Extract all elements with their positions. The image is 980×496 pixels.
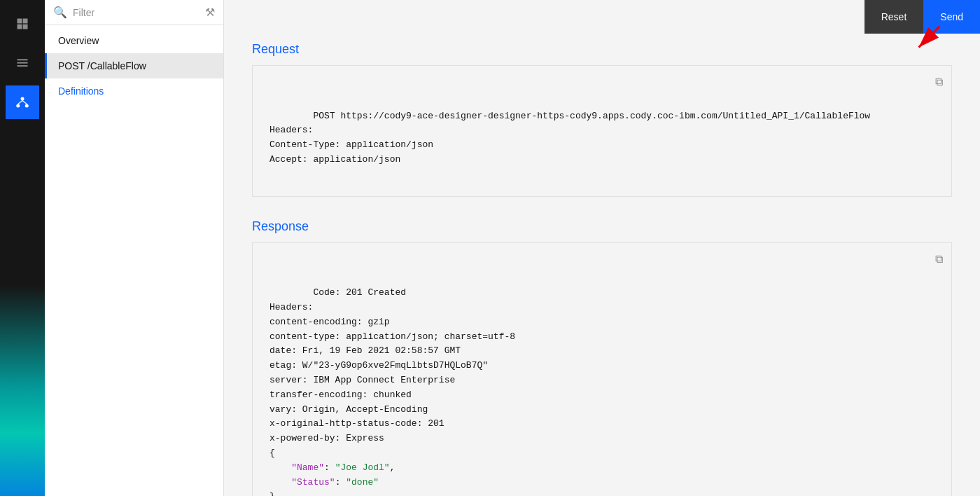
svg-rect-4 xyxy=(18,59,28,60)
toolbar: Reset Send xyxy=(864,0,980,34)
svg-rect-2 xyxy=(18,25,22,29)
nav-items: Overview POST /CallableFlow Definitions xyxy=(45,28,223,104)
svg-rect-5 xyxy=(18,62,28,64)
svg-rect-6 xyxy=(18,65,28,67)
svg-point-7 xyxy=(21,97,24,101)
search-bar: 🔍 ⚒ xyxy=(45,0,223,25)
request-content: POST https://cody9-ace-designer-designer… xyxy=(270,111,870,165)
sidebar-dark xyxy=(0,0,45,496)
sidebar-accent xyxy=(0,286,45,496)
response-title: Response xyxy=(252,219,952,234)
request-title: Request xyxy=(252,42,952,57)
request-section: Request ⧉ POST https://cody9-ace-designe… xyxy=(252,42,952,197)
main-content: Reset Send Request ⧉ POST https://cody9-… xyxy=(224,0,980,496)
response-json-close: } xyxy=(270,491,275,496)
svg-rect-0 xyxy=(18,19,22,24)
reset-button[interactable]: Reset xyxy=(864,0,924,34)
filter-input[interactable] xyxy=(73,7,200,18)
request-copy-icon[interactable]: ⧉ xyxy=(935,74,943,92)
svg-rect-1 xyxy=(23,19,28,24)
response-json-key1: "Name" xyxy=(291,462,324,473)
response-copy-icon[interactable]: ⧉ xyxy=(935,252,943,270)
svg-line-11 xyxy=(22,101,27,104)
sidebar-item-grid[interactable] xyxy=(6,7,39,41)
svg-rect-3 xyxy=(23,25,28,29)
request-code-block: ⧉ POST https://cody9-ace-designer-design… xyxy=(252,65,952,197)
svg-line-10 xyxy=(18,101,22,104)
response-plain-content: Code: 201 Created Headers: content-encod… xyxy=(270,287,515,458)
response-json-key2: "Status" xyxy=(291,477,335,488)
response-code-block: ⧉ Code: 201 Created Headers: content-enc… xyxy=(252,242,952,496)
svg-point-9 xyxy=(25,104,29,108)
response-json-val1: "Joe Jodl" xyxy=(335,462,390,473)
sidebar-item-list[interactable] xyxy=(6,46,39,80)
send-button[interactable]: Send xyxy=(923,0,980,34)
response-json-val2: "done" xyxy=(346,477,379,488)
svg-point-8 xyxy=(16,104,20,108)
sidebar-item-nodes[interactable] xyxy=(6,85,39,119)
content-area: Request ⧉ POST https://cody9-ace-designe… xyxy=(224,0,980,496)
search-icon: 🔍 xyxy=(53,6,67,19)
filter-options-icon[interactable]: ⚒ xyxy=(205,6,215,19)
nav-panel: 🔍 ⚒ Overview POST /CallableFlow Definiti… xyxy=(45,0,224,496)
nav-item-definitions[interactable]: Definitions xyxy=(45,78,223,104)
nav-item-overview[interactable]: Overview xyxy=(45,28,223,53)
response-section: Response ⧉ Code: 201 Created Headers: co… xyxy=(252,219,952,496)
nav-item-post-callable[interactable]: POST /CallableFlow xyxy=(45,53,223,78)
